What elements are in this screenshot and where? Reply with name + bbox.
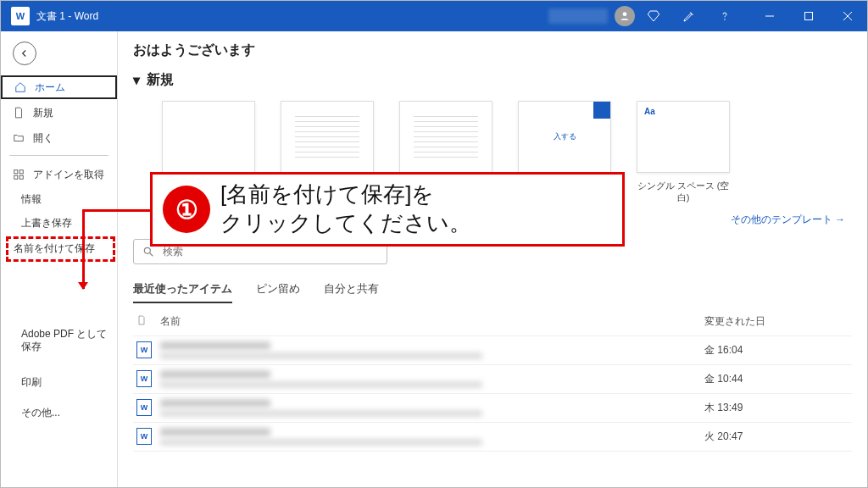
nav-print[interactable]: 印刷 — [1, 371, 117, 395]
file-date: 金 10:44 — [704, 372, 849, 386]
nav-new[interactable]: 新規 — [1, 101, 117, 125]
annotation-callout: ① [名前を付けて保存]を クリックしてください。 — [150, 172, 625, 247]
file-row[interactable]: W 木 13:49 — [133, 394, 852, 423]
file-name-blurred — [160, 341, 270, 350]
diamond-icon[interactable] — [643, 9, 664, 23]
file-name-blurred — [160, 370, 270, 379]
section-new[interactable]: ▾ 新規 — [133, 71, 852, 89]
nav-save[interactable]: 上書き保存 — [1, 212, 117, 236]
nav-new-label: 新規 — [33, 106, 53, 120]
svg-point-0 — [623, 12, 627, 16]
tab-pinned[interactable]: ピン留め — [256, 276, 300, 303]
file-date: 火 20:47 — [704, 430, 849, 444]
pen-icon[interactable] — [679, 9, 699, 23]
nav-other[interactable]: その他... — [1, 402, 117, 425]
template-caption: シングル スペース (空白) — [637, 180, 730, 204]
close-button[interactable] — [828, 1, 867, 31]
page-icon — [13, 107, 26, 119]
main-content: おはようございます ▾ 新規 白紙の文書 モダンなテンプレート レポート — [118, 31, 867, 487]
file-date: 金 16:04 — [704, 343, 849, 358]
help-icon[interactable] — [715, 9, 735, 23]
search-icon — [142, 246, 154, 258]
file-row[interactable]: W 金 10:44 — [133, 365, 852, 394]
svg-point-10 — [144, 247, 150, 253]
word-doc-icon: W — [136, 428, 152, 445]
nav-addins[interactable]: アドインを取得 — [1, 163, 117, 186]
folder-icon — [13, 132, 26, 144]
nav-home[interactable]: ホーム — [1, 75, 117, 99]
window-title: 文書 1 - Word — [36, 9, 98, 24]
file-path-blurred — [160, 410, 482, 417]
sidebar: ホーム 新規 開く アドインを取得 情報 上書き保存 名前を付けて保存 Adob… — [1, 31, 118, 487]
back-button[interactable] — [13, 42, 36, 65]
annotation-text: [名前を付けて保存]を クリックしてください。 — [220, 180, 471, 238]
tab-recent[interactable]: 最近使ったアイテム — [133, 276, 232, 303]
annotation-connector — [82, 209, 85, 289]
template-single-space[interactable]: Aa シングル スペース (空白) — [637, 101, 730, 204]
file-path-blurred — [160, 381, 482, 388]
file-list-header: 名前 変更された日 — [133, 308, 852, 336]
user-name-blurred — [548, 8, 608, 24]
nav-save-as[interactable]: 名前を付けて保存 — [6, 236, 115, 262]
search-input[interactable] — [163, 246, 378, 258]
file-row[interactable]: W 火 20:47 — [133, 423, 852, 452]
svg-point-1 — [725, 19, 726, 20]
svg-rect-9 — [19, 175, 23, 179]
svg-line-11 — [150, 252, 153, 256]
nav-open[interactable]: 開く — [1, 126, 117, 150]
page-icon — [136, 314, 160, 329]
greeting: おはようございます — [133, 42, 852, 59]
chevron-down-icon: ▾ — [133, 72, 140, 88]
minimize-button[interactable] — [750, 1, 789, 31]
nav-addins-label: アドインを取得 — [33, 168, 104, 182]
nav-home-label: ホーム — [35, 80, 65, 95]
annotation-number: ① — [163, 186, 210, 233]
tab-shared[interactable]: 自分と共有 — [324, 276, 379, 303]
nav-info[interactable]: 情報 — [1, 188, 117, 212]
word-app-icon: W — [11, 7, 30, 25]
svg-rect-3 — [805, 13, 813, 20]
user-avatar[interactable] — [615, 6, 635, 26]
template-thumb — [162, 101, 255, 173]
file-name-blurred — [160, 399, 270, 408]
template-thumb: Aa — [637, 101, 730, 173]
nav-open-label: 開く — [33, 131, 53, 146]
maximize-button[interactable] — [789, 1, 828, 31]
titlebar: W 文書 1 - Word — [1, 1, 867, 31]
file-path-blurred — [160, 352, 482, 359]
svg-rect-7 — [19, 170, 23, 174]
file-date: 木 13:49 — [704, 401, 849, 415]
section-new-label: 新規 — [147, 71, 174, 89]
col-name-header[interactable]: 名前 — [160, 314, 704, 329]
svg-rect-6 — [14, 170, 18, 174]
file-name-blurred — [160, 428, 270, 436]
word-doc-icon: W — [136, 341, 152, 358]
grid-icon — [13, 169, 26, 180]
annotation-arrow — [78, 282, 88, 290]
annotation-connector — [82, 209, 153, 212]
word-doc-icon: W — [136, 370, 152, 387]
home-icon — [14, 81, 28, 93]
svg-rect-8 — [14, 175, 18, 179]
word-doc-icon: W — [136, 399, 152, 416]
file-row[interactable]: W 金 16:04 — [133, 336, 852, 365]
col-date-header[interactable]: 変更された日 — [704, 314, 849, 329]
file-path-blurred — [160, 439, 482, 446]
template-thumb — [399, 101, 492, 173]
template-thumb: 入する — [518, 101, 611, 173]
template-thumb — [281, 101, 374, 173]
nav-adobe-pdf[interactable]: Adobe PDF として保存 — [1, 323, 117, 359]
